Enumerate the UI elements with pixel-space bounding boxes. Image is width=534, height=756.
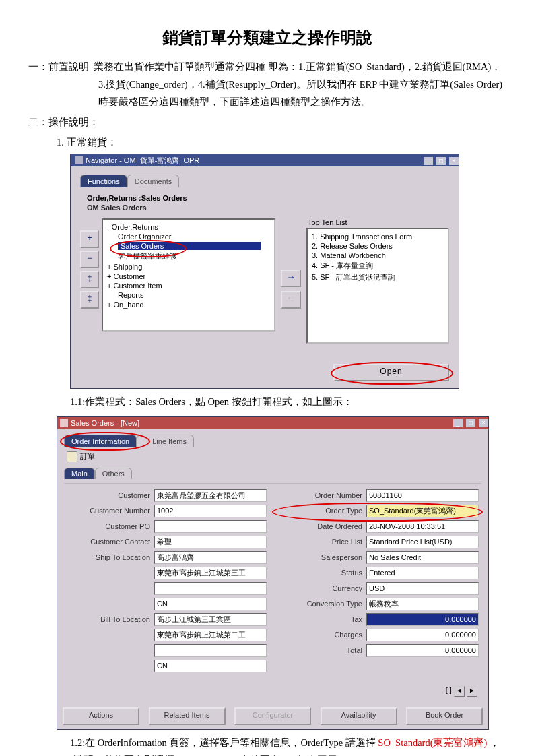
label-currency: Currency: [279, 584, 366, 592]
prev-record-icon[interactable]: ◄: [454, 686, 465, 697]
field-ship-to-4[interactable]: CN: [154, 598, 267, 610]
label-customer-po: Customer PO: [67, 522, 154, 530]
arrow-right-icon[interactable]: →: [281, 270, 301, 287]
window-controls[interactable]: _ □ ×: [452, 418, 488, 427]
tree-item[interactable]: + Shipping: [107, 262, 274, 272]
window-title-text: Sales Orders - [New]: [71, 419, 139, 427]
field-date-ordered[interactable]: 28-NOV-2008 10:33:51: [366, 520, 479, 533]
field-ship-to[interactable]: 高步富鴻齊: [154, 551, 267, 564]
form-subtitle: 訂單: [80, 451, 95, 462]
navigator-window: Navigator - OM_貨單-富鴻齊_OPR _ □ × Function…: [70, 154, 459, 389]
form-icon: [67, 451, 77, 462]
configurator-button[interactable]: Configurator: [234, 707, 311, 725]
tree-item[interactable]: Sales Orders: [107, 241, 274, 251]
field-order-type[interactable]: SO_Standard(東莞富鴻齊): [366, 505, 479, 517]
list-item[interactable]: 5. SF - 訂單出貨狀況查詢: [312, 272, 445, 283]
label-customer-number: Customer Number: [67, 507, 154, 515]
tab-functions[interactable]: Functions: [80, 175, 127, 187]
field-customer[interactable]: 東莞富鼎塑膠五金有限公司: [154, 489, 267, 502]
window-title-bar: Sales Orders - [New] _ □ ×: [57, 417, 488, 429]
transfer-buttons: → ←: [281, 239, 301, 344]
label-date-ordered: Date Ordered: [279, 522, 366, 530]
field-bill-to[interactable]: 高步上江城第三工業區: [154, 613, 267, 626]
field-price-list[interactable]: Standard Price List(USD): [366, 536, 479, 548]
top-ten-label: Top Ten List: [308, 218, 449, 226]
collapse-button[interactable]: −: [80, 251, 99, 268]
field-ship-to-2[interactable]: 東莞市高步鎮上江城第三工: [154, 567, 267, 579]
preamble: 一：前置說明 業務在出貨作業中訂單類型通常分四種 即為：1.正常銷貨(SO_St…: [28, 58, 506, 111]
list-item[interactable]: 3. Material Workbench: [312, 251, 445, 260]
expand-all-button[interactable]: ‡: [80, 271, 99, 288]
minimize-icon[interactable]: _: [453, 419, 463, 427]
field-customer-contact[interactable]: 希聖: [154, 536, 267, 548]
tree-item[interactable]: + Customer: [107, 272, 274, 281]
form-right-column: Order Number50801160 Order TypeSO_Standa…: [279, 489, 479, 672]
collapse-all-button[interactable]: ‡: [80, 291, 99, 309]
label-tax: Tax: [279, 615, 366, 623]
field-currency[interactable]: USD: [366, 582, 479, 595]
pager-text: [ ]: [446, 686, 452, 694]
label-conversion-type: Conversion Type: [279, 600, 366, 608]
tab-documents[interactable]: Documents: [127, 175, 180, 187]
field-customer-number[interactable]: 1002: [154, 505, 267, 517]
book-order-button[interactable]: Book Order: [406, 707, 483, 725]
preamble-label: 一：前置說明: [28, 61, 89, 72]
tree-item[interactable]: 客戶標籤單重維護: [107, 251, 274, 262]
field-ship-to-3[interactable]: [154, 582, 267, 595]
section-2-label: 二：操作說明：: [28, 113, 506, 131]
tree-item-selected[interactable]: Sales Orders: [118, 242, 261, 250]
list-item[interactable]: 4. SF - 庫存量查詢: [312, 260, 445, 272]
field-bill-to-4[interactable]: CN: [154, 660, 267, 672]
window-controls[interactable]: _ □ ×: [422, 156, 459, 165]
field-conversion-type[interactable]: 帳務稅率: [366, 598, 479, 610]
tree-item[interactable]: Order Organizer: [107, 232, 274, 241]
tree-item[interactable]: + Customer Item: [107, 281, 274, 290]
field-tax[interactable]: 0.000000: [366, 613, 479, 626]
label-status: Status: [279, 569, 366, 577]
preamble-text: 業務在出貨作業中訂單類型通常分四種 即為：1.正常銷貨(SO_Standard)…: [94, 61, 502, 107]
tree-side-buttons: + − ‡ ‡: [80, 230, 99, 344]
open-button[interactable]: Open: [333, 364, 449, 381]
expand-button[interactable]: +: [80, 230, 99, 248]
order-form: Customer東莞富鼎塑膠五金有限公司 Customer Number1002…: [64, 483, 481, 685]
tab-others[interactable]: Others: [95, 468, 132, 479]
page-title: 銷貨訂單分類建立之操作明說: [28, 27, 506, 49]
close-icon[interactable]: ×: [479, 419, 488, 427]
tab-order-information[interactable]: Order Information: [64, 435, 137, 447]
inner-tab-bar: Main Others: [64, 468, 481, 479]
label-charges: Charges: [279, 631, 366, 639]
arrow-left-icon[interactable]: ←: [281, 291, 301, 309]
top-ten-list[interactable]: 1. Shipping Transactions Form 2. Release…: [306, 228, 449, 344]
navigator-tree[interactable]: - Order,Returns Order Organizer Sales Or…: [102, 218, 275, 332]
tree-item[interactable]: - Order,Returns: [107, 222, 274, 232]
tab-line-items[interactable]: Line Items: [137, 435, 194, 447]
field-total[interactable]: 0.000000: [366, 644, 479, 657]
actions-button[interactable]: Actions: [63, 707, 139, 725]
breadcrumb: Order,Returns :Sales Orders: [87, 194, 449, 202]
record-navigator[interactable]: [ ] ◄ ►: [64, 685, 481, 697]
tree-item[interactable]: Reports: [107, 290, 274, 300]
maximize-icon[interactable]: □: [466, 419, 475, 427]
maximize-icon[interactable]: □: [436, 157, 446, 165]
field-bill-to-2[interactable]: 東莞市高步鎮上江城第二工: [154, 629, 267, 641]
field-bill-to-3[interactable]: [154, 644, 267, 657]
tab-main[interactable]: Main: [64, 468, 95, 479]
label-order-type: Order Type: [279, 507, 366, 515]
list-item[interactable]: 1. Shipping Transactions Form: [312, 232, 445, 241]
field-status[interactable]: Entered: [366, 567, 479, 579]
minimize-icon[interactable]: _: [424, 157, 433, 165]
field-charges[interactable]: 0.000000: [366, 629, 479, 641]
field-salesperson[interactable]: No Sales Credit: [366, 551, 479, 564]
related-items-button[interactable]: Related Items: [149, 707, 226, 725]
field-customer-po[interactable]: [154, 520, 267, 533]
list-item[interactable]: 2. Release Sales Orders: [312, 241, 445, 251]
form-left-column: Customer東莞富鼎塑膠五金有限公司 Customer Number1002…: [67, 489, 267, 672]
label-ship-to: Ship To Location: [67, 553, 154, 561]
label-total: Total: [279, 646, 366, 654]
label-order-number: Order Number: [279, 491, 366, 499]
field-order-number[interactable]: 50801160: [366, 489, 479, 502]
tree-item[interactable]: + On_hand: [107, 300, 274, 309]
close-icon[interactable]: ×: [449, 157, 459, 165]
next-record-icon[interactable]: ►: [467, 686, 477, 697]
availability-button[interactable]: Availability: [321, 707, 397, 725]
